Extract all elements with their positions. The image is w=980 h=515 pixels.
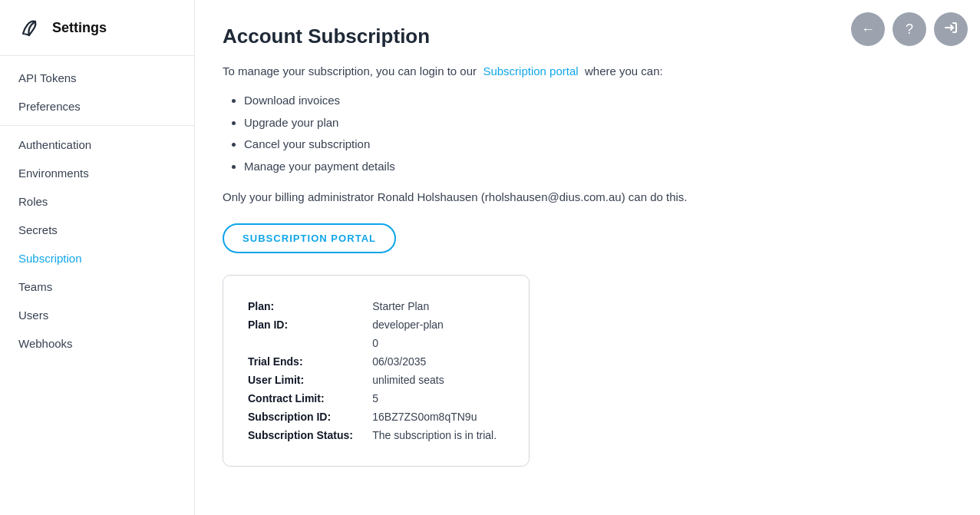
- table-row: Contract Limit:5: [248, 389, 504, 408]
- sidebar-item-secrets[interactable]: Secrets: [0, 216, 194, 244]
- help-button[interactable]: ?: [893, 12, 926, 46]
- sidebar-item-environments[interactable]: Environments: [0, 159, 194, 187]
- info-label: Plan:: [248, 297, 372, 315]
- list-item: Upgrade your plan: [244, 112, 952, 134]
- list-item: Manage your payment details: [244, 156, 952, 178]
- sidebar-item-subscription[interactable]: Subscription: [0, 244, 194, 272]
- sidebar-item-users[interactable]: Users: [0, 301, 194, 329]
- sidebar-item-roles[interactable]: Roles: [0, 187, 194, 216]
- sidebar-item-authentication[interactable]: Authentication: [0, 130, 194, 159]
- table-row: User Limit:unlimited seats: [248, 371, 504, 389]
- sidebar-item-teams[interactable]: Teams: [0, 272, 194, 301]
- info-label: [248, 334, 372, 352]
- list-item: Download invoices: [244, 90, 952, 112]
- intro-paragraph: To manage your subscription, you can log…: [223, 62, 952, 81]
- sidebar-nav: API Tokens Preferences Authentication En…: [0, 56, 194, 515]
- subscription-portal-button[interactable]: SUBSCRIPTION PORTAL: [223, 223, 396, 253]
- subscription-info-card: Plan:Starter PlanPlan ID:developer-plan0…: [223, 275, 530, 467]
- back-button[interactable]: ←: [851, 12, 885, 46]
- app-logo-icon: [15, 14, 43, 41]
- info-value: 06/03/2035: [372, 352, 504, 371]
- info-label: Contract Limit:: [248, 389, 372, 408]
- table-row: 0: [248, 334, 504, 352]
- info-value: unlimited seats: [372, 371, 504, 389]
- table-row: Plan ID:developer-plan: [248, 315, 504, 334]
- top-action-buttons: ← ?: [851, 12, 968, 46]
- exit-button[interactable]: [934, 12, 968, 46]
- help-icon: ?: [906, 21, 913, 38]
- sidebar-divider-1: [0, 125, 194, 126]
- info-value: The subscription is in trial.: [372, 426, 504, 444]
- page-title: Account Subscription: [223, 25, 952, 48]
- sidebar-item-preferences[interactable]: Preferences: [0, 92, 194, 120]
- table-row: Subscription Status:The subscription is …: [248, 426, 504, 444]
- info-label: Subscription Status:: [248, 426, 372, 444]
- table-row: Subscription ID:16BZ7ZS0om8qTN9u: [248, 408, 504, 426]
- sidebar: Settings API Tokens Preferences Authenti…: [0, 0, 195, 515]
- info-label: User Limit:: [248, 371, 372, 389]
- subscription-details-table: Plan:Starter PlanPlan ID:developer-plan0…: [248, 297, 504, 444]
- info-value: Starter Plan: [372, 297, 504, 315]
- info-label: Trial Ends:: [248, 352, 372, 371]
- exit-icon: [943, 20, 959, 39]
- table-row: Trial Ends:06/03/2035: [248, 352, 504, 371]
- info-value: 5: [372, 389, 504, 408]
- sidebar-title: Settings: [52, 20, 107, 36]
- info-value: 0: [372, 334, 504, 352]
- back-icon: ←: [861, 21, 875, 38]
- subscription-portal-link[interactable]: Subscription portal: [483, 64, 578, 78]
- sidebar-header: Settings: [0, 0, 194, 56]
- feature-list: Download invoices Upgrade your plan Canc…: [244, 90, 952, 177]
- info-value: 16BZ7ZS0om8qTN9u: [372, 408, 504, 426]
- list-item: Cancel your subscription: [244, 134, 952, 156]
- info-value: developer-plan: [372, 315, 504, 334]
- info-label: Subscription ID:: [248, 408, 372, 426]
- main-content: ← ? Account Subscription To manage your …: [195, 0, 980, 515]
- sidebar-item-webhooks[interactable]: Webhooks: [0, 329, 194, 358]
- sidebar-item-api-tokens[interactable]: API Tokens: [0, 64, 194, 92]
- table-row: Plan:Starter Plan: [248, 297, 504, 315]
- intro-suffix: where you can:: [585, 64, 663, 78]
- billing-note: Only your billing administrator Ronald H…: [223, 188, 952, 206]
- info-label: Plan ID:: [248, 315, 372, 334]
- intro-text: To manage your subscription, you can log…: [223, 64, 477, 78]
